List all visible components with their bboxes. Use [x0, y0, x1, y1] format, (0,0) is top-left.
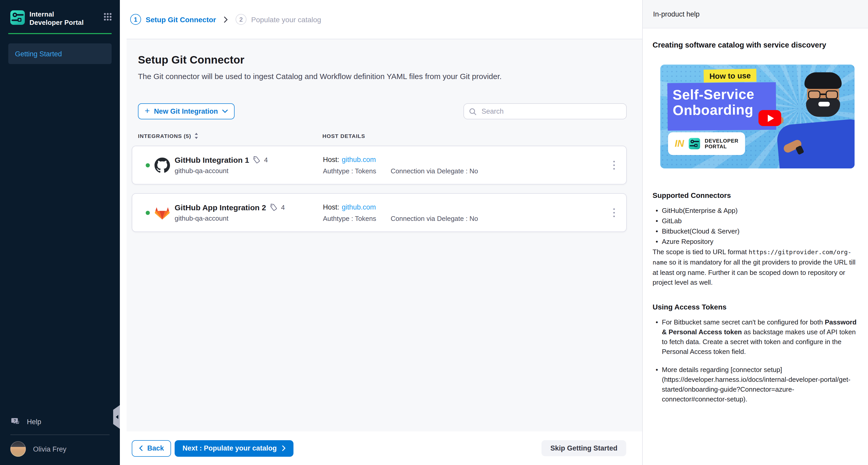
sidebar-item-getting-started[interactable]: Getting Started	[8, 43, 112, 64]
setup-git-connector-panel: Setup Git Connector The Git connector wi…	[127, 39, 642, 431]
github-icon	[154, 157, 170, 173]
tag-icon	[253, 156, 260, 164]
list-item: For Bitbucket same secret can't be confi…	[653, 317, 857, 356]
column-header-host-details: HOST DETAILS	[322, 133, 365, 139]
thumbnail-brand-pill: IN	[668, 132, 745, 155]
integration-account: github-qa-account	[175, 214, 285, 222]
list-item: Bitbucket(Cloud & Server)	[653, 226, 857, 236]
column-header-integrations[interactable]: INTEGRATIONS (5)	[138, 133, 322, 139]
back-button[interactable]: Back	[132, 440, 171, 457]
next-button[interactable]: Next : Populate your catalog	[175, 440, 293, 457]
chevron-left-icon	[139, 445, 143, 451]
search-icon	[469, 108, 476, 115]
table-header: INTEGRATIONS (5) HOST DETAILS	[138, 133, 627, 139]
chevron-right-icon	[224, 16, 228, 23]
authtype-value: Authtype : Tokens	[323, 214, 376, 222]
page-title: Setup Git Connector	[138, 54, 627, 66]
user-name: Olivia Frey	[33, 445, 66, 453]
sidebar-item-label: Getting Started	[15, 50, 62, 58]
skip-getting-started-button[interactable]: Skip Getting Started	[541, 440, 626, 456]
help-panel-header: In-product help	[643, 0, 868, 28]
tag-count: 4	[281, 204, 285, 211]
chevron-left-icon	[116, 415, 118, 419]
new-git-integration-label: New Git Integration	[154, 107, 218, 115]
help-button[interactable]: ? Help	[11, 415, 120, 428]
host-details: Host:github.com Authtype : Tokens Connec…	[323, 203, 478, 222]
help-chat-icon: ?	[11, 417, 20, 426]
delegate-value: Connection via Delegate : No	[391, 214, 478, 222]
status-dot	[146, 211, 150, 215]
chevron-down-icon	[222, 110, 227, 113]
list-item: GitHub(Enterprise & App)	[653, 206, 857, 215]
delegate-value: Connection via Delegate : No	[391, 167, 478, 175]
list-item: GitLab	[653, 216, 857, 226]
step-number: 2	[236, 14, 246, 25]
help-article-title: Creating software catalog with service d…	[653, 41, 857, 49]
video-thumbnail[interactable]: How to use Self-Service Onboarding IN	[660, 65, 855, 168]
gitlab-icon	[154, 205, 170, 220]
search-input[interactable]	[480, 107, 621, 116]
in-product-help-panel: In-product help Creating software catalo…	[642, 0, 868, 465]
integration-identity: GitHub Integration 1 4 github-qa-account	[175, 156, 268, 175]
app-title: Internal Developer Portal	[29, 10, 84, 27]
integration-name: GitHub App Integration 2	[175, 203, 266, 212]
tag-icon	[270, 204, 277, 211]
status-dot	[146, 163, 150, 167]
integration-account: github-qa-account	[175, 167, 268, 175]
scope-paragraph: The scope is tied to URL format https://…	[653, 247, 857, 287]
thumbnail-brand-text: DEVELOPER PORTAL	[705, 138, 739, 149]
host-label: Host:	[323, 156, 339, 163]
step-label: Populate your catalog	[251, 15, 321, 24]
help-label: Help	[27, 418, 41, 426]
section-heading: Supported Connectors	[653, 191, 857, 199]
page-subtitle: The Git connector will be used to ingest…	[138, 72, 627, 81]
row-menu-kebab-icon[interactable]	[611, 159, 617, 172]
idp-logo-icon	[10, 10, 25, 25]
search-box[interactable]	[463, 103, 627, 119]
table-row[interactable]: GitHub Integration 1 4 github-qa-account…	[132, 146, 627, 184]
table-row[interactable]: GitHub App Integration 2 4 github-qa-acc…	[132, 193, 627, 232]
step-populate-your-catalog[interactable]: 2 Populate your catalog	[236, 14, 321, 25]
supported-connectors-section: Supported Connectors GitHub(Enterprise &…	[653, 191, 857, 287]
list-item: More details regarding [connector setup]…	[653, 365, 857, 404]
step-number: 1	[130, 14, 141, 25]
step-label: Setup Git Connector	[146, 15, 216, 24]
avatar	[10, 441, 26, 457]
sidebar-nav: Getting Started	[0, 34, 120, 64]
using-access-tokens-section: Using Access Tokens For Bitbucket same s…	[653, 303, 857, 404]
thumbnail-badge: How to use	[704, 69, 757, 83]
help-panel-body: Creating software catalog with service d…	[643, 28, 868, 465]
host-link[interactable]: github.com	[342, 203, 376, 211]
idp-logo-icon	[689, 138, 700, 149]
app-switcher-icon[interactable]	[104, 13, 112, 23]
help-panel-title: In-product help	[653, 10, 700, 18]
toolbar: + New Git Integration	[138, 103, 627, 119]
glasses-icon	[807, 90, 839, 100]
main-content: 1 Setup Git Connector 2 Populate your ca…	[120, 0, 642, 465]
list-item: Azure Repository	[653, 237, 857, 246]
svg-text:?: ?	[14, 418, 16, 423]
step-setup-git-connector[interactable]: 1 Setup Git Connector	[130, 14, 216, 25]
sort-icon[interactable]	[194, 133, 198, 139]
host-details: Host:github.com Authtype : Tokens Connec…	[323, 156, 478, 175]
wizard-stepper: 1 Setup Git Connector 2 Populate your ca…	[120, 0, 642, 39]
new-git-integration-button[interactable]: + New Git Integration	[138, 103, 234, 119]
tag-count: 4	[264, 156, 268, 164]
integration-identity: GitHub App Integration 2 4 github-qa-acc…	[175, 203, 285, 222]
user-menu[interactable]: Olivia Frey	[0, 435, 120, 465]
app-root: Internal Developer Portal Getting Starte…	[0, 0, 868, 465]
section-heading: Using Access Tokens	[653, 303, 857, 311]
host-label: Host:	[323, 203, 339, 211]
integration-name: GitHub Integration 1	[175, 156, 249, 164]
row-menu-kebab-icon[interactable]	[611, 206, 617, 219]
youtube-play-icon[interactable]	[758, 110, 781, 126]
sidebar-header: Internal Developer Portal	[0, 0, 120, 27]
authtype-value: Authtype : Tokens	[323, 167, 376, 175]
sidebar: Internal Developer Portal Getting Starte…	[0, 0, 120, 465]
plus-icon: +	[145, 106, 150, 115]
host-link[interactable]: github.com	[342, 156, 376, 163]
integrations-list: GitHub Integration 1 4 github-qa-account…	[132, 146, 627, 232]
wizard-footer: Back Next : Populate your catalog Skip G…	[120, 431, 642, 465]
chevron-right-icon	[282, 445, 285, 451]
